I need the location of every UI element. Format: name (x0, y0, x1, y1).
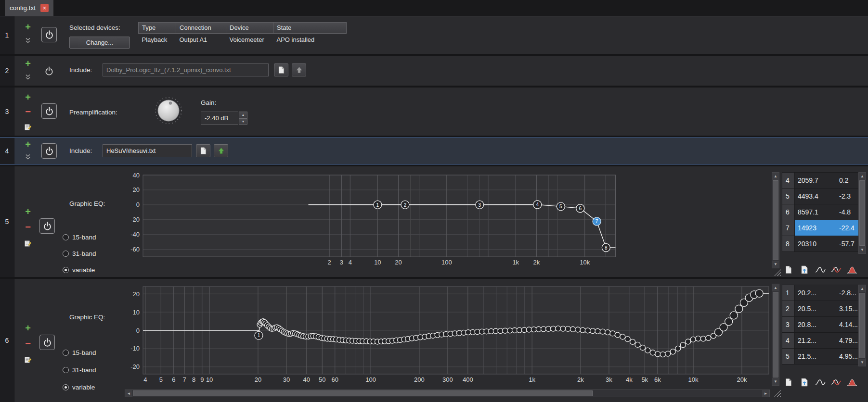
point-index-cell[interactable]: 3 (782, 317, 795, 333)
eq2-graph-horizontal-scrollbar[interactable]: ◄ ► (125, 389, 770, 397)
scrollbar-thumb[interactable] (859, 293, 865, 358)
remove-filter-button[interactable]: − (23, 222, 33, 232)
point-gain-cell[interactable]: 3.15... (836, 301, 861, 317)
radio-15-band[interactable]: 15-band (63, 349, 96, 356)
col-header-state[interactable]: State (273, 23, 347, 34)
scroll-up-arrow[interactable]: ▲ (772, 284, 779, 291)
point-row[interactable]: 5 21.5... 4.95... (782, 349, 861, 364)
point-row[interactable]: 5 4493.4 -2.3 (782, 188, 859, 204)
scrollbar-track[interactable] (859, 180, 866, 246)
tab-close-button[interactable]: × (40, 4, 49, 12)
power-toggle-button[interactable] (41, 143, 57, 159)
point-frequency-cell[interactable]: 14923 (795, 220, 836, 236)
scroll-down-arrow[interactable]: ▼ (859, 246, 866, 253)
scroll-up-arrow[interactable]: ▲ (859, 173, 866, 180)
point-index-cell[interactable]: 1 (782, 285, 795, 301)
browse-file-button[interactable] (274, 63, 288, 76)
preamp-knob[interactable] (154, 96, 183, 126)
point-gain-cell[interactable]: 4.95... (836, 349, 861, 364)
scrollbar-track[interactable] (132, 390, 762, 397)
add-filter-button[interactable]: + (23, 139, 33, 149)
response-curve-icon[interactable] (815, 264, 826, 275)
browse-file-button[interactable] (196, 144, 210, 157)
import-icon[interactable] (799, 264, 810, 275)
tab-config-txt[interactable]: config.txt × (5, 0, 53, 16)
include-path-input[interactable] (103, 144, 192, 157)
spin-up-button[interactable]: ▲ (239, 112, 247, 118)
response-curve-icon[interactable] (815, 377, 826, 388)
col-header-connection[interactable]: Connection (176, 23, 226, 34)
point-index-cell[interactable]: 5 (782, 349, 795, 364)
point-frequency-cell[interactable]: 20310 (795, 236, 836, 252)
add-filter-button[interactable]: + (23, 92, 33, 102)
scrollbar-thumb[interactable] (773, 180, 778, 260)
gain-spinbox[interactable]: -2.40 dB ▲ ▼ (201, 112, 247, 125)
change-device-button[interactable]: Change... (69, 37, 130, 49)
add-filter-button[interactable]: + (23, 323, 33, 333)
remove-filter-button[interactable]: − (23, 107, 33, 116)
eq1-table-vertical-scrollbar[interactable]: ▲ ▼ (858, 172, 866, 254)
eq2-table-vertical-scrollbar[interactable]: ▲ ▼ (858, 285, 866, 366)
point-row[interactable]: 7 14923 -22.4 (782, 220, 859, 236)
point-index-cell[interactable]: 2 (782, 301, 795, 317)
point-frequency-cell[interactable]: 2059.7 (795, 173, 836, 188)
scroll-up-arrow[interactable]: ▲ (859, 285, 866, 292)
radio-31-band[interactable]: 31-band (63, 366, 96, 374)
col-header-device[interactable]: Device (226, 23, 273, 34)
response-curve-red-icon[interactable] (830, 377, 842, 388)
eq1-points-table[interactable]: 4 2059.7 0.2 5 4493.4 -2.3 6 8597.1 -4.8… (782, 172, 859, 252)
point-row[interactable]: 1 20.2... -2.8... (782, 285, 861, 301)
point-row[interactable]: 3 20.8... 4.14... (782, 317, 861, 333)
scroll-down-arrow[interactable]: ▼ (772, 261, 779, 268)
response-peak-red-icon[interactable] (846, 377, 858, 388)
chevron-double-down-icon[interactable] (23, 152, 33, 162)
radio-15-band[interactable]: 15-band (63, 234, 96, 241)
radio-31-band[interactable]: 31-band (63, 250, 96, 257)
response-peak-red-icon[interactable] (846, 264, 858, 275)
eq2-response-graph[interactable]: 20100-10-2045678910203040506010020030040… (125, 284, 770, 386)
point-gain-cell[interactable]: -57.7 (836, 236, 859, 252)
point-gain-cell[interactable]: 4.79... (836, 333, 861, 349)
edit-text-icon[interactable] (23, 355, 33, 364)
radio-variable[interactable]: variable (63, 266, 95, 274)
import-icon[interactable] (799, 377, 810, 388)
eq1-graph-vertical-scrollbar[interactable]: ▲ ▼ (772, 172, 779, 268)
eq2-points-table[interactable]: 1 20.2... -2.8... 2 20.5... 3.15... 3 20… (782, 285, 861, 364)
point-gain-cell[interactable]: 4.14... (836, 317, 861, 333)
point-row[interactable]: 4 21.2... 4.79... (782, 333, 861, 349)
point-row[interactable]: 2 20.5... 3.15... (782, 301, 861, 317)
point-row[interactable]: 6 8597.1 -4.8 (782, 204, 859, 220)
add-filter-button[interactable]: + (23, 59, 33, 68)
point-index-cell[interactable]: 4 (782, 333, 795, 349)
scroll-up-arrow[interactable]: ▲ (772, 173, 779, 180)
point-gain-cell[interactable]: 0.2 (836, 173, 859, 188)
point-gain-cell[interactable]: -4.8 (836, 204, 859, 220)
point-index-cell[interactable]: 6 (782, 204, 795, 220)
point-index-cell[interactable]: 8 (782, 236, 795, 252)
point-index-cell[interactable]: 4 (782, 173, 795, 188)
open-include-button[interactable] (292, 63, 306, 76)
point-frequency-cell[interactable]: 20.2... (795, 285, 836, 301)
scrollbar-track[interactable] (772, 291, 779, 378)
chevron-double-down-icon[interactable] (23, 36, 33, 45)
point-row[interactable]: 4 2059.7 0.2 (782, 173, 859, 188)
power-toggle-button[interactable] (41, 27, 57, 42)
scrollbar-track[interactable] (859, 292, 866, 359)
scrollbar-thumb[interactable] (859, 180, 865, 246)
power-toggle-button[interactable] (39, 335, 55, 350)
point-frequency-cell[interactable]: 4493.4 (795, 188, 836, 204)
point-index-cell[interactable]: 7 (782, 220, 795, 236)
filter-row-include-hesuvi[interactable]: 4 + Include: (0, 138, 868, 164)
power-toggle-button[interactable] (39, 218, 55, 234)
point-gain-cell[interactable]: -2.8... (836, 285, 861, 301)
point-row[interactable]: 8 20310 -57.7 (782, 236, 859, 252)
point-frequency-cell[interactable]: 8597.1 (795, 204, 836, 220)
point-frequency-cell[interactable]: 21.5... (795, 349, 836, 364)
response-curve-red-icon[interactable] (830, 264, 842, 275)
resize-grip[interactable] (774, 390, 781, 397)
add-filter-button[interactable]: + (23, 207, 33, 216)
chevron-double-down-icon[interactable] (23, 72, 33, 82)
scroll-left-arrow[interactable]: ◄ (125, 390, 132, 397)
resize-grip[interactable] (774, 269, 781, 276)
point-frequency-cell[interactable]: 20.5... (795, 301, 836, 317)
